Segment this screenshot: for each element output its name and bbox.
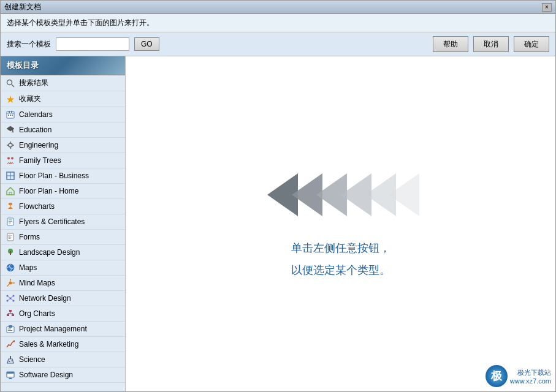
help-button[interactable]: 帮助	[433, 36, 468, 52]
science-icon	[6, 355, 15, 364]
sidebar-label-family-trees: Family Trees	[19, 156, 61, 165]
sidebar-label-flowcharts: Flowcharts	[19, 202, 55, 211]
network-icon	[6, 293, 15, 303]
go-button[interactable]: GO	[134, 37, 159, 51]
sidebar-label-education: Education	[19, 126, 51, 134]
search-input[interactable]	[56, 37, 129, 51]
svg-line-1	[12, 85, 14, 87]
sidebar-item-project-management[interactable]: Project Management	[1, 322, 125, 337]
svg-rect-39	[10, 251, 11, 255]
svg-point-13	[9, 143, 12, 147]
software-icon	[6, 370, 15, 380]
sidebar-item-flyers-certificates[interactable]: Flyers & Certificates	[1, 214, 125, 230]
sidebar-item-maps[interactable]: Maps	[1, 260, 125, 276]
sidebar-label-flyers-certificates: Flyers & Certificates	[19, 217, 85, 226]
search-icon	[6, 78, 15, 88]
arrows-graphic	[261, 167, 421, 222]
floorplan-h-icon	[6, 186, 15, 196]
flowcharts-icon	[6, 202, 15, 211]
search-label: 搜索一个模板	[7, 39, 51, 50]
svg-rect-9	[12, 115, 13, 116]
sidebar-item-floor-plan-home[interactable]: Floor Plan - Home	[1, 184, 125, 199]
sidebar-label-floor-plan-business: Floor Plan - Business	[19, 172, 89, 180]
sidebar-item-software-design[interactable]: Software Design	[1, 368, 125, 383]
sidebar: 模板目录 搜索结果收藏夹CalendarsEducationEngineerin…	[1, 56, 126, 391]
sidebar-items-container: 搜索结果收藏夹CalendarsEducationEngineeringFami…	[1, 75, 125, 383]
sidebar-label-maps: Maps	[19, 263, 37, 272]
instruction-line2: 以便选定某个类型。	[291, 259, 390, 281]
svg-marker-27	[8, 206, 13, 209]
sidebar-item-calendars[interactable]: Calendars	[1, 107, 125, 123]
maps-icon	[6, 263, 15, 273]
sidebar-item-search-results[interactable]: 搜索结果	[1, 75, 125, 91]
watermark-text: 极光下载站 www.xz7.com	[510, 368, 551, 385]
svg-point-12	[12, 132, 14, 133]
sidebar-header: 模板目录	[1, 56, 125, 75]
sidebar-label-software-design: Software Design	[19, 371, 73, 379]
svg-line-46	[8, 284, 9, 285]
sidebar-item-flowcharts[interactable]: Flowcharts	[1, 199, 125, 214]
svg-rect-11	[12, 129, 13, 132]
title-bar: 创建新文档 ×	[1, 1, 555, 14]
svg-point-19	[11, 157, 13, 160]
svg-rect-65	[9, 325, 12, 328]
svg-point-47	[7, 285, 8, 287]
sidebar-item-engineering[interactable]: Engineering	[1, 138, 125, 153]
svg-rect-59	[12, 314, 14, 316]
sidebar-item-mind-maps[interactable]: Mind Maps	[1, 276, 125, 291]
toolbar: 搜索一个模板 GO 帮助 取消 确定	[1, 32, 555, 56]
svg-rect-7	[8, 115, 9, 116]
content-area: 单击左侧任意按钮， 以便选定某个类型。	[126, 56, 555, 391]
svg-rect-8	[10, 115, 11, 116]
svg-rect-73	[7, 372, 14, 374]
svg-marker-24	[7, 187, 14, 195]
sidebar-label-network-design: Network Design	[19, 294, 71, 303]
sidebar-item-network-design[interactable]: Network Design	[1, 291, 125, 306]
window-title: 创建新文档	[4, 2, 41, 12]
svg-line-56	[10, 298, 13, 301]
watermark: 极 极光下载站 www.xz7.com	[486, 365, 551, 387]
svg-point-41	[9, 282, 12, 285]
svg-point-70	[9, 361, 10, 362]
sidebar-item-forms[interactable]: Forms	[1, 230, 125, 245]
svg-point-18	[7, 157, 10, 160]
calendar-icon	[6, 110, 15, 119]
sidebar-label-org-charts: Org Charts	[19, 309, 55, 318]
forms-icon	[6, 232, 15, 242]
sidebar-item-floor-plan-business[interactable]: Floor Plan - Business	[1, 168, 125, 184]
sidebar-item-org-charts[interactable]: Org Charts	[1, 306, 125, 322]
sidebar-label-search-results: 搜索结果	[19, 78, 48, 88]
sidebar-label-mind-maps: Mind Maps	[19, 279, 55, 287]
floorplan-b-icon	[6, 171, 15, 181]
star-icon	[6, 94, 15, 104]
sidebar-label-sales-marketing: Sales & Marketing	[19, 340, 78, 349]
close-button[interactable]: ×	[542, 3, 552, 12]
svg-rect-29	[7, 218, 13, 225]
sidebar-label-floor-plan-home: Floor Plan - Home	[19, 187, 78, 195]
family-icon	[6, 156, 15, 165]
sidebar-item-family-trees[interactable]: Family Trees	[1, 153, 125, 168]
main-content: 模板目录 搜索结果收藏夹CalendarsEducationEngineerin…	[1, 56, 555, 391]
svg-marker-2	[7, 96, 14, 103]
watermark-logo: 极	[486, 365, 508, 387]
engineering-icon	[6, 140, 15, 150]
sales-icon	[6, 339, 15, 349]
mindmaps-icon	[6, 278, 15, 288]
sidebar-item-favorites[interactable]: 收藏夹	[1, 91, 125, 107]
svg-rect-6	[11, 111, 12, 113]
confirm-button[interactable]: 确定	[514, 36, 549, 52]
sidebar-item-sales-marketing[interactable]: Sales & Marketing	[1, 337, 125, 352]
sidebar-label-science: Science	[19, 355, 45, 364]
cancel-button[interactable]: 取消	[473, 36, 509, 52]
sidebar-label-landscape-design: Landscape Design	[19, 248, 80, 257]
sidebar-item-landscape-design[interactable]: Landscape Design	[1, 245, 125, 260]
sidebar-item-science[interactable]: Science	[1, 352, 125, 368]
subtitle-text: 选择某个模板类型并单击下面的图片来打开。	[7, 18, 154, 27]
main-window: 创建新文档 × 选择某个模板类型并单击下面的图片来打开。 搜索一个模板 GO 帮…	[0, 0, 556, 392]
svg-point-43	[10, 279, 11, 280]
flyers-icon	[6, 217, 15, 227]
instruction-line1: 单击左侧任意按钮，	[291, 237, 390, 259]
svg-point-45	[13, 282, 15, 284]
sidebar-item-education[interactable]: Education	[1, 123, 125, 138]
sidebar-label-engineering: Engineering	[19, 141, 58, 149]
